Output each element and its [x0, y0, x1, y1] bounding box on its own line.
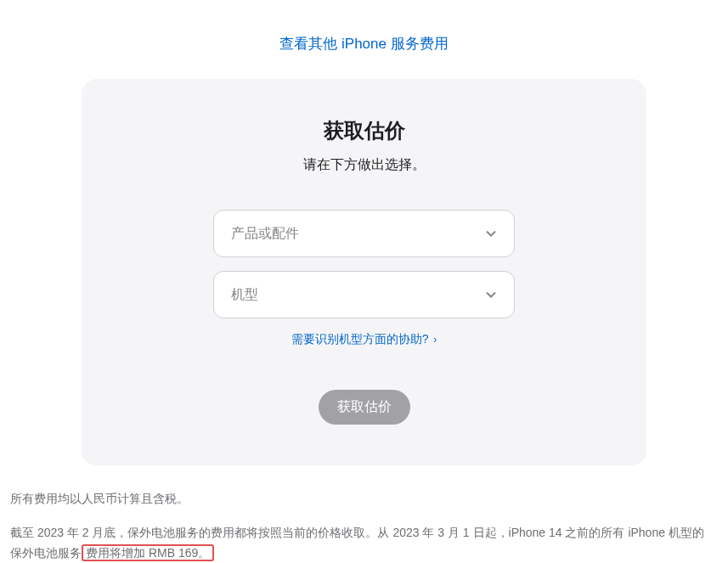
help-identify-link[interactable]: 需要识别机型方面的协助? ›: [291, 332, 437, 346]
note-line-2: 截至 2023 年 2 月底，保外电池服务的费用都将按照当前的价格收取。从 20…: [10, 523, 715, 563]
product-select-placeholder: 产品或配件: [231, 225, 299, 243]
card-subtitle: 请在下方做出选择。: [107, 156, 621, 174]
get-estimate-button[interactable]: 获取估价: [319, 390, 410, 425]
model-select[interactable]: 机型: [213, 271, 515, 318]
chevron-down-icon: [485, 289, 497, 301]
note-line-1: 所有费用均以人民币计算且含税。: [10, 489, 715, 510]
card-title: 获取估价: [107, 117, 621, 144]
footer-notes: 所有费用均以人民币计算且含税。 截至 2023 年 2 月底，保外电池服务的费用…: [10, 489, 715, 563]
model-select-placeholder: 机型: [231, 286, 258, 304]
product-select[interactable]: 产品或配件: [213, 210, 515, 257]
help-link-label: 需要识别机型方面的协助?: [291, 332, 429, 346]
help-link-container: 需要识别机型方面的协助? ›: [107, 332, 621, 347]
chevron-right-icon: ›: [433, 334, 437, 346]
price-highlight: 费用将增加 RMB 169。: [82, 544, 214, 561]
other-services-link[interactable]: 查看其他 iPhone 服务费用: [279, 36, 448, 52]
chevron-down-icon: [485, 228, 497, 239]
estimate-card: 获取估价 请在下方做出选择。 产品或配件 机型 需要识别机型方面的协助? › 获…: [82, 79, 646, 465]
top-link-container: 查看其他 iPhone 服务费用: [0, 0, 728, 79]
